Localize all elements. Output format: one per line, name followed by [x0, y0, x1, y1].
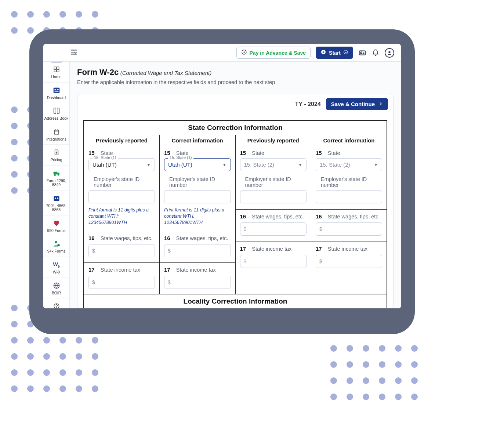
book-icon [52, 107, 61, 115]
state-1-prev-value: Utah (UT) [93, 162, 117, 168]
sidebar-item-label: Pricing [50, 158, 62, 162]
box-17-label: State income tax [176, 267, 216, 273]
col-header-prev-2: Previously reported [235, 135, 311, 146]
sidebar-item-boir[interactable]: BOIR [43, 278, 69, 299]
integrations-icon [52, 128, 61, 136]
top-bar: Pay in Advance & Save Start [43, 44, 401, 62]
start-label: Start [329, 50, 341, 56]
state-wages-prev-2-input[interactable] [240, 222, 307, 236]
page-header: Form W-2c (Corrected Wage and Tax Statem… [70, 68, 401, 90]
help-icon [52, 302, 61, 308]
currency-symbol: $ [319, 226, 322, 232]
svg-point-16 [58, 174, 59, 175]
svg-rect-13 [54, 90, 58, 91]
screen: Pay in Advance & Save Start [43, 44, 401, 308]
pay-advance-button[interactable]: Pay in Advance & Save [236, 47, 311, 59]
state-wages-prev-1-input[interactable] [88, 244, 155, 257]
sidebar-item-94x[interactable]: 94x Forms [43, 236, 69, 257]
chevron-down-icon: ▼ [222, 162, 227, 167]
state-tax-prev-1-input[interactable] [88, 276, 155, 289]
sidebar-item-form-2290[interactable]: Form 2290, 8849 [43, 166, 69, 191]
globe-icon [52, 282, 61, 290]
sidebar-item-label: 7004, 4868, 8868 [44, 204, 69, 212]
state-tax-corr-1-input[interactable] [164, 276, 231, 289]
user-avatar-icon[interactable] [385, 48, 394, 58]
state-id-hint: Print format is 11 digits plus a constan… [164, 207, 231, 226]
page-subtitle: (Corrected Wage and Tax Statement) [120, 70, 211, 76]
state-tax-prev-2-input[interactable] [240, 255, 307, 268]
employer-id-label: Employer's state ID number [169, 176, 231, 188]
sidebar-item-pricing[interactable]: Pricing [43, 145, 69, 166]
svg-point-2 [344, 50, 348, 54]
employer-id-corr-1-input[interactable] [164, 190, 231, 203]
box-17-num: 17 [316, 246, 322, 252]
heart-icon [52, 219, 61, 227]
currency-symbol: $ [92, 248, 95, 254]
state-tax-corr-2-input[interactable] [316, 255, 382, 268]
employer-id-prev-1-input[interactable] [88, 190, 155, 203]
state-section-title: State Correction Information [84, 120, 387, 135]
employer-id-label: Employer's state ID number [321, 176, 382, 188]
state-2-placeholder: 15. State (2) [320, 162, 350, 168]
employer-id-corr-2-input[interactable] [316, 190, 382, 203]
svg-rect-17 [54, 196, 59, 201]
state-correction-table: State Correction Information Previously … [83, 120, 387, 308]
dashboard-icon [52, 86, 61, 94]
sidebar-item-home[interactable]: Home [43, 62, 69, 83]
sidebar-item-7004[interactable]: 7004, 4868, 8868 [43, 191, 69, 215]
svg-rect-10 [53, 87, 59, 93]
sidebar-item-label: Integrations [46, 137, 66, 142]
sidebar-item-support[interactable]: Support [43, 298, 69, 308]
person-icon [52, 240, 61, 248]
sidebar-item-dashboard[interactable]: Dashboard [43, 83, 69, 104]
pay-advance-label: Pay in Advance & Save [250, 50, 306, 56]
state-wages-corr-2-input[interactable] [316, 222, 382, 236]
state-2-prev-select[interactable]: 15. State (2) ▼ [240, 158, 307, 171]
box-16-num: 16 [164, 235, 170, 241]
svg-rect-7 [57, 67, 59, 69]
sidebar-item-990[interactable]: 990 Forms [43, 215, 69, 236]
employer-id-prev-2-input[interactable] [240, 190, 307, 203]
svg-rect-3 [359, 51, 366, 55]
start-button[interactable]: Start [316, 47, 353, 59]
state-2-corr-select[interactable]: 15. State (2) ▼ [316, 158, 382, 171]
id-card-icon[interactable] [358, 49, 366, 57]
plus-circle-icon [241, 49, 247, 56]
employer-id-label: Employer's state ID number [245, 176, 307, 188]
state-1-corr-select[interactable]: 15. State (1) Utah (UT) ▼ [164, 158, 231, 171]
box-16-label: State wages, tips, etc. [252, 214, 304, 220]
sidebar-item-integrations[interactable]: Integrations [43, 124, 69, 145]
sidebar-item-address-book[interactable]: Address Book [43, 103, 69, 124]
chevron-down-icon: ▼ [374, 162, 378, 167]
decorative-dots [330, 345, 418, 401]
box-16-label: State wages, tips, etc. [101, 235, 153, 241]
svg-point-15 [54, 174, 55, 175]
chevron-right-icon [378, 101, 383, 107]
form-scroll[interactable]: State Correction Information Previously … [77, 114, 393, 308]
page-title: Form W-2c [77, 68, 119, 77]
svg-rect-19 [57, 197, 58, 199]
sidebar-item-label: Home [51, 75, 61, 79]
state-2-placeholder: 15. State (2) [244, 162, 275, 168]
currency-symbol: $ [92, 279, 95, 285]
state-1-legend: 15. State (1) [168, 155, 193, 160]
page-description: Enter the applicable information in the … [77, 79, 394, 85]
state-wages-corr-1-input[interactable] [164, 244, 231, 257]
box-15-num: 15 [240, 150, 246, 156]
locality-section-title: Locality Correction Information [84, 294, 387, 308]
sidebar-item-label: Form 2290, 8849 [44, 179, 69, 187]
col-header-corr-2: Correct information [311, 135, 387, 146]
sidebar-item-label: BOIR [52, 291, 61, 296]
state-1-prev-select[interactable]: 15. State (1) Utah (UT) ▼ [88, 158, 155, 171]
col-header-corr-1: Correct information [160, 135, 236, 146]
bell-icon[interactable] [371, 49, 380, 57]
svg-rect-18 [55, 197, 56, 199]
state-1-legend: 15. State (1) [93, 155, 118, 160]
sidebar-item-w9[interactable]: W9 W-9 [43, 257, 69, 278]
save-continue-label: Save & Continue [331, 101, 375, 107]
menu-toggle-icon[interactable] [70, 48, 78, 58]
pricing-icon [52, 148, 61, 156]
save-continue-button[interactable]: Save & Continue [326, 98, 388, 110]
box-16-num: 16 [240, 213, 246, 220]
form-card: TY - 2024 Save & Continue State Correcti… [77, 94, 394, 308]
